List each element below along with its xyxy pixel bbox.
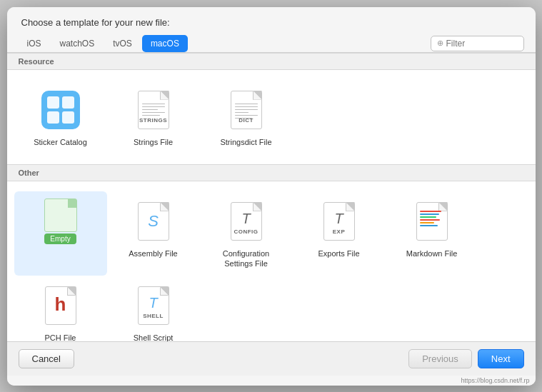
empty-file-icon: Empty [41, 198, 81, 244]
sticker-catalog-label: Sticker Catalog [34, 137, 87, 147]
tab-watchos[interactable]: watchOS [51, 35, 104, 52]
section-other-header: Other [7, 164, 536, 181]
config-settings-icon: T CONFIG [226, 198, 266, 244]
template-empty[interactable]: Empty Empty [14, 191, 107, 276]
status-bar: https://blog.csdn.net/f.rp [7, 376, 536, 386]
tab-ios[interactable]: iOS [19, 35, 50, 52]
template-stringsdict-file[interactable]: DICT Stringsdict File [200, 80, 293, 154]
pch-file-label: PCH File [44, 333, 76, 341]
dialog-title: Choose a template for your new file: [7, 7, 536, 35]
section-resource-header: Resource [7, 53, 536, 70]
platform-tabs: iOS watchOS tvOS macOS ⊕ [7, 35, 536, 53]
next-button[interactable]: Next [478, 349, 524, 368]
exports-file-icon: T EXP [319, 198, 359, 244]
filter-icon: ⊕ [437, 39, 443, 48]
template-markdown-file[interactable]: Markdown File [386, 191, 478, 276]
previous-button[interactable]: Previous [408, 349, 472, 368]
filter-box: ⊕ [431, 36, 524, 51]
shell-script-label: Shell Script [134, 333, 174, 341]
template-pch-file[interactable]: h PCH File [14, 276, 107, 341]
assembly-file-icon: S [134, 198, 174, 244]
exports-file-label: Exports File [318, 248, 359, 258]
strings-file-icon: STRINGS [134, 87, 174, 133]
assembly-file-label: Assembly File [129, 248, 177, 258]
template-config-settings[interactable]: T CONFIG Configuration Settings File [200, 191, 293, 276]
empty-badge: Empty [44, 233, 76, 244]
new-file-dialog: Choose a template for your new file: iOS… [7, 7, 536, 386]
markdown-file-label: Markdown File [406, 248, 458, 258]
dialog-footer: Cancel Previous Next [7, 341, 536, 376]
cancel-button[interactable]: Cancel [19, 349, 74, 368]
pch-file-icon: h [41, 283, 81, 328]
resource-templates-grid: Sticker Catalog STRINGS String [7, 70, 536, 164]
other-templates-grid: Empty Empty S Assembly File [7, 181, 536, 341]
shell-script-icon: T SHELL [134, 283, 174, 328]
strings-file-label: Strings File [134, 137, 173, 147]
tab-macos[interactable]: macOS [142, 35, 188, 52]
template-assembly-file[interactable]: S Assembly File [107, 191, 200, 276]
stringsdict-file-icon: DICT [226, 87, 266, 133]
templates-content: Resource Sticker Catalog [7, 53, 536, 341]
template-sticker-catalog[interactable]: Sticker Catalog [14, 80, 107, 154]
stringsdict-file-label: Stringsdict File [220, 137, 271, 147]
template-strings-file[interactable]: STRINGS Strings File [107, 80, 200, 154]
sticker-catalog-icon [41, 87, 81, 133]
template-exports-file[interactable]: T EXP Exports File [293, 191, 386, 276]
filter-input[interactable] [446, 39, 518, 49]
template-shell-script[interactable]: T SHELL Shell Script [107, 276, 200, 341]
tab-tvos[interactable]: tvOS [104, 35, 141, 52]
config-settings-label: Configuration Settings File [223, 248, 269, 269]
markdown-file-icon [412, 198, 452, 244]
